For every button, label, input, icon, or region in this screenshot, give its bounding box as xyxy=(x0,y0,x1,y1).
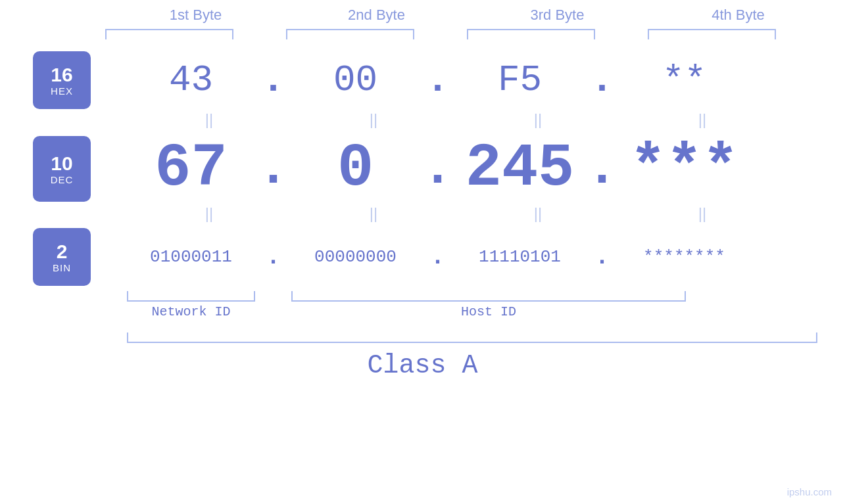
eq-2-3: || xyxy=(456,204,620,223)
bin-badge-number: 2 xyxy=(57,241,68,262)
hex-sep-3: . xyxy=(584,58,620,103)
hex-val-4: ** xyxy=(620,59,748,101)
host-id-label: Host ID xyxy=(291,304,686,319)
dec-sep-3: . xyxy=(584,139,620,198)
bin-sep-3: . xyxy=(584,244,620,271)
bin-row: 2 BIN 01000011 . 00000000 . 11110101 . *… xyxy=(33,228,748,286)
bin-val-3: 11110101 xyxy=(456,247,584,267)
net-id-bracket xyxy=(127,291,255,302)
bin-val-4: ******** xyxy=(620,247,748,267)
eq-1-1: || xyxy=(127,110,291,129)
byte4-header: 4th Byte xyxy=(648,7,829,24)
bin-values: 01000011 . 00000000 . 11110101 . *******… xyxy=(127,244,748,271)
eq-2-1: || xyxy=(127,204,291,223)
watermark: ipshu.com xyxy=(787,486,832,497)
dec-val-3: 245 xyxy=(456,134,584,203)
hex-val-2: 00 xyxy=(291,59,420,101)
class-bracket xyxy=(127,332,817,343)
hex-val-1: 43 xyxy=(127,59,255,101)
dec-values: 67 . 0 . 245 . *** xyxy=(127,134,748,203)
dec-sep-2: . xyxy=(420,139,456,198)
top-bracket-1 xyxy=(105,29,233,39)
main-diagram: 1st Byte 2nd Byte 3rd Byte 4th Byte 16 H… xyxy=(0,0,845,387)
bin-val-2: 00000000 xyxy=(291,247,420,267)
dec-row: 10 DEC 67 . 0 . 245 . *** xyxy=(33,134,748,203)
hex-sep-2: . xyxy=(420,58,456,103)
byte3-header: 3rd Byte xyxy=(467,7,648,24)
byte-headers-row: 1st Byte 2nd Byte 3rd Byte 4th Byte xyxy=(105,7,829,24)
eq-1-2: || xyxy=(291,110,456,129)
hex-row: 16 HEX 43 . 00 . F5 . ** xyxy=(33,51,748,109)
hex-values: 43 . 00 . F5 . ** xyxy=(127,58,748,103)
eq-row-1: || || || || xyxy=(127,110,837,129)
host-id-bracket xyxy=(291,291,686,302)
eq-1-3: || xyxy=(456,110,620,129)
dec-badge-number: 10 xyxy=(51,152,72,174)
full-bottom-bracket xyxy=(127,332,837,343)
id-labels: Network ID Host ID xyxy=(127,304,837,319)
bin-sep-1: . xyxy=(255,244,291,271)
dec-badge-label: DEC xyxy=(51,174,74,185)
bin-badge-label: BIN xyxy=(53,262,71,273)
eq-2-2: || xyxy=(291,204,456,223)
dec-badge: 10 DEC xyxy=(33,136,91,202)
hex-badge: 16 HEX xyxy=(33,51,91,109)
byte1-header: 1st Byte xyxy=(105,7,286,24)
eq-2-4: || xyxy=(620,204,785,223)
hex-badge-label: HEX xyxy=(51,85,73,97)
hex-val-3: F5 xyxy=(456,59,584,101)
network-id-label: Network ID xyxy=(127,304,255,319)
id-brackets xyxy=(127,291,837,302)
class-label: Class A xyxy=(0,351,845,380)
eq-row-2: || || || || xyxy=(127,204,837,223)
byte2-header: 2nd Byte xyxy=(286,7,467,24)
dec-val-4: *** xyxy=(620,134,748,203)
top-bracket-4 xyxy=(648,29,776,39)
bin-val-1: 01000011 xyxy=(127,247,255,267)
dec-val-1: 67 xyxy=(127,134,255,203)
top-bracket-2 xyxy=(286,29,414,39)
hex-badge-number: 16 xyxy=(51,64,72,85)
dec-val-2: 0 xyxy=(291,134,420,203)
top-brackets xyxy=(105,29,829,39)
eq-1-4: || xyxy=(620,110,785,129)
bin-sep-2: . xyxy=(420,244,456,271)
hex-sep-1: . xyxy=(255,58,291,103)
dec-sep-1: . xyxy=(255,139,291,198)
top-bracket-3 xyxy=(467,29,595,39)
bin-badge: 2 BIN xyxy=(33,228,91,286)
